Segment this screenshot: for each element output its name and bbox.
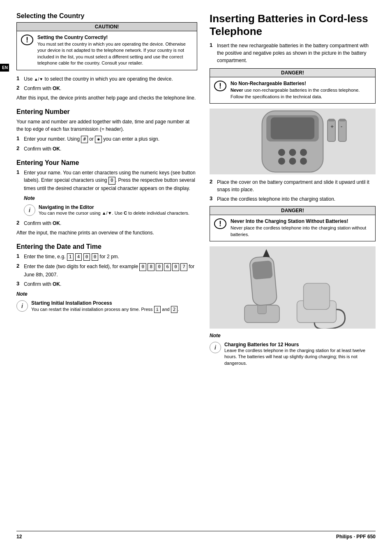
step-text: Insert the new rechargeable batteries in… (217, 42, 376, 64)
battery-step2: 2 Place the cover on the battery compart… (210, 178, 376, 193)
danger-box-2: DANGER! ! Never Into the Charging Statio… (210, 206, 376, 241)
caution-text: Setting the Country Correctly! You must … (37, 35, 193, 67)
date-step1: 1 Enter the time, e.g. 1 4 0 0 for 2 pm. (16, 253, 197, 261)
content-wrapper: Selecting the Country CAUTION! ! Setting… (16, 12, 376, 523)
step-number: 2 (16, 85, 24, 91)
svg-rect-18 (252, 260, 273, 280)
step-text: Enter the time, e.g. 1 4 0 0 for 2 pm. (24, 253, 197, 261)
svg-point-3 (278, 149, 285, 156)
step-text: Enter your name. You can enter character… (24, 169, 197, 192)
name-step1: 1 Enter your name. You can enter charact… (16, 169, 197, 192)
step-number: 3 (16, 280, 24, 287)
language-tab: EN (0, 64, 9, 72)
navigating-note: Note i Navigating in the Editor You can … (24, 195, 197, 216)
left-column: Selecting the Country CAUTION! ! Setting… (16, 12, 197, 523)
caution-header: CAUTION! (17, 23, 197, 31)
number-step1: 1 Enter your number. Using # or ✱ you ca… (16, 135, 197, 144)
danger-text: No Non-Rechargeable Batteries! Never use… (231, 81, 371, 100)
charging-note: Note i Charging Batteries for 12 Hours L… (210, 333, 376, 366)
note-body: Leave the cordless telephone in the char… (224, 348, 376, 366)
svg-rect-2 (271, 118, 314, 139)
note-label: Note (16, 291, 197, 297)
danger-header-2: DANGER! (210, 206, 375, 215)
selecting-after-text: After this input, the device prints anot… (16, 94, 197, 102)
note-icon: i (24, 204, 35, 216)
installation-note: Note i Starting Initial Installation Pro… (16, 291, 197, 313)
caution-box: CAUTION! ! Setting the Country Correctly… (16, 22, 197, 70)
selecting-step2: 2 Confirm with OK. (16, 85, 197, 92)
step-number: 1 (16, 169, 24, 175)
brand-name: Philips · PPF 650 (336, 534, 376, 540)
danger-body: ! No Non-Rechargeable Batteries! Never u… (210, 77, 375, 103)
svg-rect-9 (327, 120, 335, 141)
step-text: Confirm with OK. (24, 145, 197, 153)
note-content: Navigating in the Editor You can move th… (39, 204, 189, 216)
step-number: 1 (16, 253, 24, 259)
page-number: 12 (16, 534, 22, 540)
page: EN Selecting the Country CAUTION! ! Sett… (0, 0, 392, 556)
battery-step1: 1 Insert the new rechargeable batteries … (210, 42, 376, 64)
phone-charging-image (210, 246, 376, 329)
note-box: i Charging Batteries for 12 Hours Leave … (210, 342, 376, 366)
step-text: Enter your number. Using # or ✱ you can … (24, 135, 197, 144)
entering-number-title: Entering Number (16, 108, 197, 116)
caution-subheading: Setting the Country Correctly! (37, 35, 108, 40)
caution-icon: ! (21, 35, 33, 45)
step-text: Enter the date (two digits for each fiel… (24, 263, 197, 278)
note-box: i Navigating in the Editor You can move … (24, 204, 197, 216)
note-content: Charging Batteries for 12 Hours Leave th… (224, 342, 376, 366)
step-text: Confirm with OK. (24, 220, 197, 227)
danger-box-1: DANGER! ! No Non-Rechargeable Batteries!… (210, 68, 376, 104)
note-title: Navigating in the Editor (39, 204, 94, 210)
danger-subheading-2: Never Into the Charging Station Without … (231, 218, 348, 224)
svg-rect-11 (339, 120, 346, 141)
entering-number-intro: Your name and number are added together … (16, 118, 197, 133)
danger-icon: ! (214, 81, 226, 91)
step-number: 1 (16, 135, 24, 141)
name-step2: 2 Confirm with OK. (16, 220, 197, 227)
right-column: Inserting Batteries in Cord-less Telepho… (210, 12, 376, 523)
selecting-country-section: Selecting the Country CAUTION! ! Setting… (16, 12, 197, 102)
right-section-title: Inserting Batteries in Cord-less Telepho… (210, 12, 376, 38)
page-footer: 12 Philips · PPF 650 (16, 531, 376, 540)
danger-body-text: Never use non-rechargeable batteries in … (231, 87, 371, 100)
note-box: i Starting Initial Installation Process … (16, 300, 197, 313)
selecting-country-title: Selecting the Country (16, 12, 197, 20)
entering-name-section: Entering Your Name 1 Enter your name. Yo… (16, 159, 197, 236)
phone-charging-svg (210, 246, 376, 329)
svg-text:+: + (330, 123, 333, 130)
entering-date-time-section: Entering the Date and Time 1 Enter the t… (16, 243, 197, 313)
svg-rect-10 (328, 119, 334, 121)
step-number: 1 (210, 42, 217, 48)
battery-step3: 3 Place the cordless telephone into the … (210, 195, 376, 203)
note-label: Note (210, 333, 376, 338)
note-icon: i (16, 300, 28, 312)
name-after-text: After the input, the machine prints an o… (16, 229, 197, 236)
svg-point-5 (300, 149, 307, 156)
svg-rect-12 (339, 119, 346, 121)
selecting-step1: 1 Use ▲/▼ to select the country in which… (16, 75, 197, 83)
note-body: You can restart the initial installation… (31, 306, 179, 313)
entering-name-title: Entering Your Name (16, 159, 197, 167)
step-number: 2 (16, 263, 24, 269)
svg-point-6 (278, 158, 285, 164)
step-number: 2 (16, 145, 24, 151)
note-icon: i (210, 342, 221, 353)
danger-body-text-2: Never place the cordless telephone into … (231, 225, 371, 238)
svg-rect-20 (304, 283, 330, 309)
note-body: You can move the cursor using ▲/▼. Use C… (39, 210, 189, 216)
svg-point-7 (289, 158, 296, 164)
step-number: 3 (210, 195, 217, 202)
step-text: Use ▲/▼ to select the country in which y… (24, 75, 197, 83)
entering-date-title: Entering the Date and Time (16, 243, 197, 250)
danger-icon-2: ! (214, 218, 226, 229)
svg-point-8 (300, 158, 307, 164)
step-number: 2 (16, 220, 24, 226)
date-step2: 2 Enter the date (two digits for each fi… (16, 263, 197, 278)
step-text: Confirm with OK. (24, 85, 197, 92)
danger-header: DANGER! (210, 69, 375, 77)
step-number: 1 (16, 75, 24, 81)
step-text: Place the cover on the battery compartme… (217, 178, 376, 193)
svg-marker-21 (263, 249, 270, 257)
step-number: 2 (210, 178, 217, 185)
